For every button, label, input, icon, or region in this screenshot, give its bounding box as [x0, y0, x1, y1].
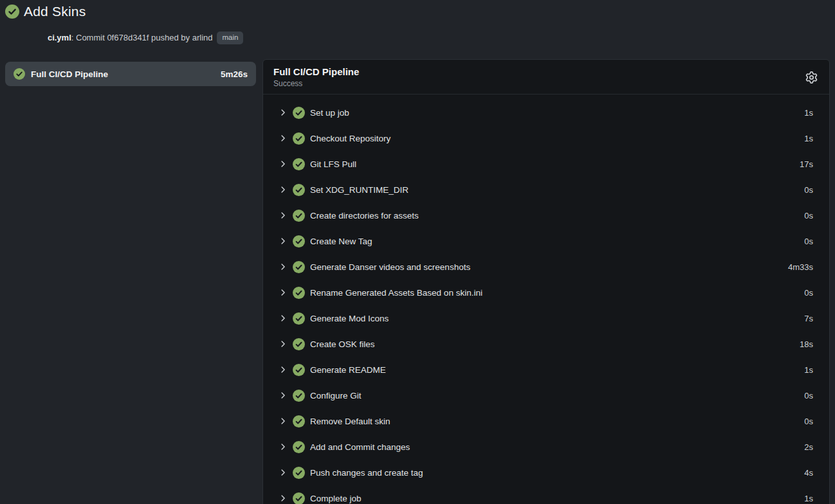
actions-run-page: Add Skins ci.yml: Commit 0f678d341f push… [0, 0, 835, 504]
step-duration: 0s [804, 237, 813, 246]
commit-sha-link[interactable]: 0f678d341f [107, 33, 149, 42]
step-duration: 18s [800, 339, 813, 349]
gear-icon [805, 71, 818, 84]
step-name: Push changes and create tag [310, 468, 799, 478]
chevron-right-icon [279, 314, 288, 323]
step-row[interactable]: Generate Mod Icons 7s [263, 305, 829, 331]
step-name: Git LFS Pull [310, 159, 794, 169]
step-row[interactable]: Configure Git 0s [263, 382, 829, 408]
step-row[interactable]: Create OSK files 18s [263, 331, 829, 357]
step-row[interactable]: Create New Tag 0s [263, 228, 829, 254]
step-row[interactable]: Git LFS Pull 17s [263, 151, 829, 177]
step-status-success-icon [293, 492, 305, 504]
step-row[interactable]: Set up job 1s [263, 100, 829, 125]
step-status-success-icon [293, 235, 305, 248]
step-duration: 7s [804, 314, 813, 323]
step-name: Checkout Repository [310, 134, 799, 143]
run-status-success-icon [5, 4, 19, 19]
chevron-right-icon [279, 365, 288, 374]
step-status-success-icon [293, 132, 305, 145]
page-title: Add Skins [24, 4, 86, 19]
step-status-success-icon [293, 312, 305, 325]
step-name: Create directories for assets [310, 211, 799, 221]
step-name: Set up job [310, 108, 799, 118]
step-name: Complete job [310, 494, 799, 503]
step-row[interactable]: Generate README 1s [263, 357, 829, 382]
branch-badge[interactable]: main [217, 32, 243, 44]
step-status-success-icon [293, 390, 305, 402]
step-status-success-icon [293, 415, 305, 428]
step-duration: 0s [804, 211, 813, 221]
chevron-right-icon [279, 159, 288, 168]
step-name: Set XDG_RUNTIME_DIR [310, 185, 799, 195]
chevron-right-icon [279, 468, 288, 477]
pushed-by-text: pushed by [149, 33, 192, 42]
chevron-right-icon [279, 134, 288, 143]
step-row[interactable]: Add and Commit changes 2s [263, 434, 829, 460]
chevron-right-icon [279, 442, 288, 451]
step-duration: 1s [804, 365, 813, 375]
chevron-right-icon [279, 288, 288, 297]
step-row[interactable]: Checkout Repository 1s [263, 125, 829, 151]
job-duration: 5m26s [221, 69, 248, 79]
step-status-success-icon [293, 210, 305, 222]
job-detail-panel: Full CI/CD Pipeline Success Set up job 1… [262, 59, 830, 504]
step-duration: 17s [800, 159, 813, 169]
run-header: Add Skins ci.yml: Commit 0f678d341f push… [0, 0, 835, 59]
step-status-success-icon [293, 261, 305, 273]
step-row[interactable]: Set XDG_RUNTIME_DIR 0s [263, 177, 829, 203]
step-duration: 0s [804, 185, 813, 195]
step-status-success-icon [293, 338, 305, 350]
step-duration: 4m33s [788, 262, 813, 272]
step-status-success-icon [293, 287, 305, 299]
step-status-success-icon [293, 107, 305, 119]
step-duration: 4s [804, 468, 813, 478]
workflow-file-name: ci.yml [48, 33, 71, 42]
run-body: Full CI/CD Pipeline 5m26s Full CI/CD Pip… [0, 59, 835, 504]
run-subtitle: ci.yml: Commit 0f678d341f pushed by arli… [29, 21, 829, 55]
step-name: Generate Danser videos and screenshots [310, 262, 783, 272]
chevron-right-icon [279, 339, 288, 348]
commit-author-link[interactable]: arlind [192, 33, 213, 42]
step-row[interactable]: Rename Generated Assets Based on skin.in… [263, 280, 829, 305]
step-name: Add and Commit changes [310, 442, 799, 452]
chevron-right-icon [279, 108, 288, 117]
step-row[interactable]: Push changes and create tag 4s [263, 460, 829, 485]
step-duration: 1s [804, 108, 813, 118]
job-detail-header: Full CI/CD Pipeline Success [263, 60, 829, 94]
chevron-right-icon [279, 494, 288, 503]
step-duration: 0s [804, 391, 813, 401]
chevron-right-icon [279, 237, 288, 246]
step-status-success-icon [293, 364, 305, 376]
step-row[interactable]: Complete job 1s [263, 485, 829, 504]
step-duration: 2s [804, 442, 813, 452]
step-status-success-icon [293, 467, 305, 479]
chevron-right-icon [279, 391, 288, 400]
step-name: Create New Tag [310, 237, 799, 246]
job-status-text: Success [273, 79, 803, 88]
job-settings-button[interactable] [803, 69, 820, 86]
steps-list: Set up job 1s Checkout Repository 1s Git… [263, 94, 829, 504]
step-name: Generate Mod Icons [310, 314, 799, 323]
step-status-success-icon [293, 441, 305, 453]
chevron-right-icon [279, 262, 288, 271]
step-name: Rename Generated Assets Based on skin.in… [310, 288, 799, 298]
job-status-success-icon [14, 68, 25, 80]
step-row[interactable]: Create directories for assets 0s [263, 203, 829, 228]
chevron-right-icon [279, 185, 288, 194]
step-status-success-icon [293, 158, 305, 170]
step-name: Create OSK files [310, 339, 794, 349]
step-name: Generate README [310, 365, 799, 375]
jobs-sidebar: Full CI/CD Pipeline 5m26s [5, 59, 256, 86]
step-duration: 1s [804, 494, 813, 503]
step-name: Configure Git [310, 391, 799, 401]
chevron-right-icon [279, 211, 288, 220]
step-name: Remove Default skin [310, 417, 799, 426]
job-name: Full CI/CD Pipeline [31, 69, 215, 79]
chevron-right-icon [279, 417, 288, 426]
job-item-full-ci-cd-pipeline[interactable]: Full CI/CD Pipeline 5m26s [5, 62, 256, 86]
step-row[interactable]: Generate Danser videos and screenshots 4… [263, 254, 829, 280]
step-row[interactable]: Remove Default skin 0s [263, 408, 829, 434]
step-status-success-icon [293, 184, 305, 196]
step-duration: 1s [804, 134, 813, 143]
